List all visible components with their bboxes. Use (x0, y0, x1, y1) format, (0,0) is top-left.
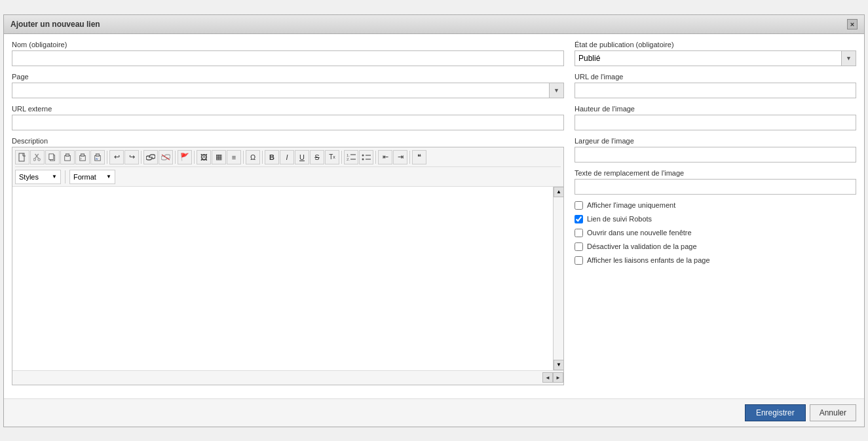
hscroll-right-btn[interactable]: ► (553, 372, 563, 383)
annuler-button[interactable]: Annuler (810, 404, 856, 421)
texte-remplacement-input[interactable] (575, 179, 856, 195)
svg-text:2.: 2. (347, 157, 350, 161)
checkbox-afficher-group: Afficher l'image uniquement (575, 201, 856, 210)
nom-input[interactable] (12, 50, 564, 66)
page-dropdown-btn[interactable]: ▼ (549, 83, 563, 98)
svg-point-4 (38, 158, 40, 160)
checkbox-enfants-label: Afficher les liaisons enfants de la page (587, 256, 710, 264)
tb-strikethrough-btn[interactable]: S (310, 150, 324, 164)
page-label: Page (12, 73, 564, 81)
tb-sep9 (409, 151, 410, 164)
tb-bold-btn[interactable]: B (265, 150, 279, 164)
checkbox-ouvrir-label: Ouvrir dans une nouvelle fenêtre (587, 229, 692, 237)
tb-outdent-btn[interactable]: ⇤ (378, 150, 392, 164)
tb-removeformat-btn[interactable]: Tx (325, 150, 339, 164)
tb-align-btn[interactable]: ≡ (227, 150, 241, 164)
tb-cut-btn[interactable] (30, 150, 45, 164)
largeur-label: Largeur de l'image (575, 137, 856, 145)
texte-remplacement-label: Texte de remplacement de l'image (575, 169, 856, 177)
svg-point-3 (33, 158, 35, 160)
dialog-body: Nom (obligatoire) Page ▼ URL externe Des… (4, 34, 864, 398)
description-textarea[interactable] (12, 187, 553, 370)
url-image-input[interactable] (575, 83, 856, 98)
url-image-label: URL de l'image (575, 73, 856, 81)
editor-bottom-bar: ◄ ► (12, 370, 563, 385)
format-dropdown[interactable]: Format ▼ (69, 170, 115, 184)
editor-vscrollbar[interactable]: ▲ ▼ (553, 187, 563, 370)
largeur-input[interactable] (575, 147, 856, 163)
page-input[interactable] (12, 83, 549, 98)
tb-paste-word-btn[interactable]: W (90, 150, 105, 164)
tb-sep10 (65, 170, 66, 183)
tb-image-btn[interactable]: 🖼 (197, 150, 211, 164)
tb-sep7 (341, 151, 342, 164)
styles-dropdown[interactable]: Styles ▼ (15, 170, 61, 184)
largeur-field-group: Largeur de l'image (575, 137, 856, 163)
description-label: Description (12, 137, 564, 145)
tb-italic-btn[interactable]: I (280, 150, 294, 164)
hauteur-input[interactable] (575, 115, 856, 130)
tb-sep3 (175, 151, 176, 164)
etat-dropdown-btn[interactable]: ▼ (842, 50, 856, 66)
svg-rect-13 (96, 153, 99, 155)
dialog-titlebar: Ajouter un nouveau lien × (4, 15, 864, 34)
page-field-group: Page ▼ (12, 73, 564, 98)
left-column: Nom (obligatoire) Page ▼ URL externe Des… (12, 41, 564, 392)
tb-blockquote-btn[interactable]: ❝ (412, 150, 426, 164)
tb-paste-text-btn[interactable]: T (75, 150, 90, 164)
checkbox-lien-robots[interactable] (575, 215, 583, 223)
tb-anchor-btn[interactable]: 🚩 (178, 150, 192, 164)
vscroll-down-btn[interactable]: ▼ (554, 360, 564, 370)
tb-orderedlist-btn[interactable]: 1.2. (344, 150, 358, 164)
vscroll-up-btn[interactable]: ▲ (554, 187, 564, 197)
tb-sep8 (375, 151, 376, 164)
checkbox-afficher-image[interactable] (575, 201, 583, 210)
checkbox-ouvrir-group: Ouvrir dans une nouvelle fenêtre (575, 229, 856, 237)
svg-text:W: W (96, 157, 99, 161)
tb-undo-btn[interactable]: ↩ (109, 150, 124, 164)
checkbox-afficher-enfants[interactable] (575, 256, 583, 265)
url-field-group: URL externe (12, 105, 564, 130)
dialog-footer: Enregistrer Annuler (4, 398, 864, 427)
svg-text:T: T (81, 157, 83, 161)
format-arrow-icon: ▼ (106, 174, 111, 180)
editor-content-area: ▲ ▼ (12, 187, 563, 370)
nom-field-group: Nom (obligatoire) (12, 41, 564, 66)
tb-underline-btn[interactable]: U (295, 150, 309, 164)
tb-paste-btn[interactable] (60, 150, 75, 164)
tb-sep4 (194, 151, 195, 164)
tb-specialchar-btn[interactable]: Ω (246, 150, 260, 164)
tb-copy-btn[interactable] (45, 150, 60, 164)
etat-select-wrapper: Publié ▼ (575, 50, 856, 66)
tb-indent-btn[interactable]: ⇥ (393, 150, 407, 164)
hscroll-left-btn[interactable]: ◄ (542, 372, 553, 383)
hauteur-label: Hauteur de l'image (575, 105, 856, 113)
svg-rect-8 (66, 153, 69, 155)
etat-field-group: État de publication (obligatoire) Publié… (575, 41, 856, 66)
tb-link-btn[interactable] (143, 150, 158, 164)
dialog-title: Ajouter un nouveau lien (10, 20, 100, 29)
url-input[interactable] (12, 115, 564, 130)
etat-select[interactable]: Publié (575, 50, 842, 66)
description-field-group: Description (12, 137, 564, 385)
enregistrer-button[interactable]: Enregistrer (745, 404, 806, 421)
nom-label: Nom (obligatoire) (12, 41, 564, 48)
checkbox-desactiver-validation[interactable] (575, 242, 583, 251)
tb-table-btn[interactable]: ▦ (212, 150, 226, 164)
editor-toolbar: T W ↩ ↪ (12, 147, 563, 187)
close-button[interactable]: × (847, 19, 858, 29)
dialog: Ajouter un nouveau lien × Nom (obligatoi… (3, 14, 865, 427)
tb-unlink-btn[interactable] (159, 150, 173, 164)
checkbox-afficher-label: Afficher l'image uniquement (587, 201, 675, 209)
tb-redo-btn[interactable]: ↪ (124, 150, 139, 164)
tb-unorderedlist-btn[interactable] (359, 150, 373, 164)
format-label: Format (73, 173, 96, 181)
checkbox-lien-group: Lien de suivi Robots (575, 215, 856, 223)
tb-sep5 (243, 151, 244, 164)
tb-new-doc-btn[interactable] (15, 150, 29, 164)
checkbox-lien-label: Lien de suivi Robots (587, 215, 652, 223)
checkbox-ouvrir-fenetre[interactable] (575, 229, 583, 237)
toolbar-row1: T W ↩ ↪ (15, 150, 561, 167)
editor-container: T W ↩ ↪ (12, 147, 564, 385)
page-select-wrapper: ▼ (12, 83, 564, 98)
